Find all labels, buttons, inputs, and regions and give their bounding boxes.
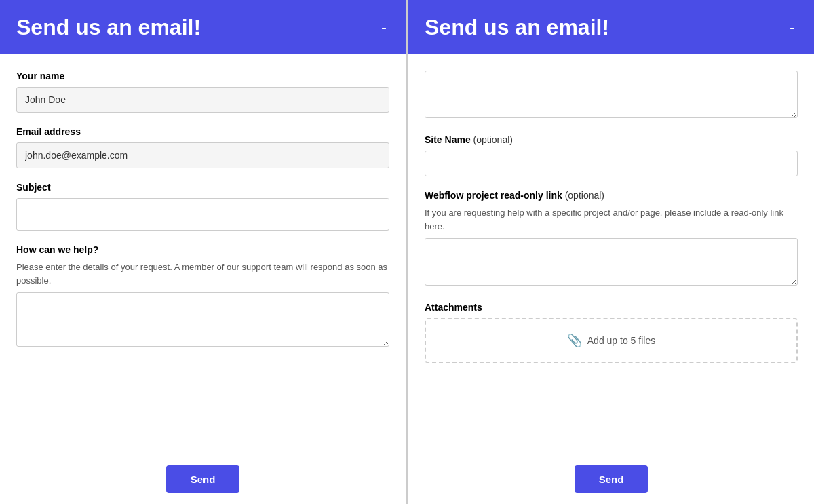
email-group: Email address xyxy=(16,126,389,168)
right-panel-body: Site Name (optional) Webflow project rea… xyxy=(408,54,814,454)
left-send-button[interactable]: Send xyxy=(166,465,240,493)
left-panel-header: Send us an email! - xyxy=(0,0,406,54)
right-panel: Send us an email! - Site Name (optional)… xyxy=(408,0,814,504)
attachments-group: Attachments 📎 Add up to 5 files xyxy=(425,302,798,363)
left-panel: Send us an email! - Your name Email addr… xyxy=(0,0,406,504)
subject-label: Subject xyxy=(16,182,389,193)
left-panel-footer: Send xyxy=(0,454,406,504)
left-minimize-button[interactable]: - xyxy=(379,19,389,35)
webflow-group: Webflow project read-only link (optional… xyxy=(425,190,798,288)
left-panel-title: Send us an email! xyxy=(16,15,201,40)
help-label: How can we help? xyxy=(16,244,389,255)
help-description: Please enter the details of your request… xyxy=(16,260,389,287)
subject-input[interactable] xyxy=(16,198,389,231)
attachment-label: Add up to 5 files xyxy=(587,335,655,346)
attachments-label: Attachments xyxy=(425,302,798,313)
webflow-description: If you are requesting help with a specif… xyxy=(425,206,798,233)
email-label: Email address xyxy=(16,126,389,137)
name-input[interactable] xyxy=(16,87,389,113)
webflow-label: Webflow project read-only link (optional… xyxy=(425,190,798,201)
right-panel-header: Send us an email! - xyxy=(408,0,814,54)
right-send-button[interactable]: Send xyxy=(575,465,648,493)
left-panel-body: Your name Email address Subject How can … xyxy=(0,54,406,454)
attachment-drop-zone[interactable]: 📎 Add up to 5 files xyxy=(425,318,798,363)
right-panel-footer: Send xyxy=(408,454,814,504)
name-group: Your name xyxy=(16,71,389,113)
webflow-input[interactable] xyxy=(425,238,798,286)
site-name-label: Site Name (optional) xyxy=(425,134,798,145)
subject-group: Subject xyxy=(16,182,389,231)
top-area-group xyxy=(425,71,798,121)
email-input[interactable] xyxy=(16,142,389,168)
top-area-input[interactable] xyxy=(425,71,798,118)
name-label: Your name xyxy=(16,71,389,81)
right-panel-title: Send us an email! xyxy=(425,15,609,40)
help-textarea[interactable] xyxy=(16,292,389,347)
help-group: How can we help? Please enter the detail… xyxy=(16,244,389,349)
site-name-group: Site Name (optional) xyxy=(425,134,798,176)
right-minimize-button[interactable]: - xyxy=(787,19,798,35)
paperclip-icon: 📎 xyxy=(567,333,582,348)
site-name-input[interactable] xyxy=(425,151,798,176)
